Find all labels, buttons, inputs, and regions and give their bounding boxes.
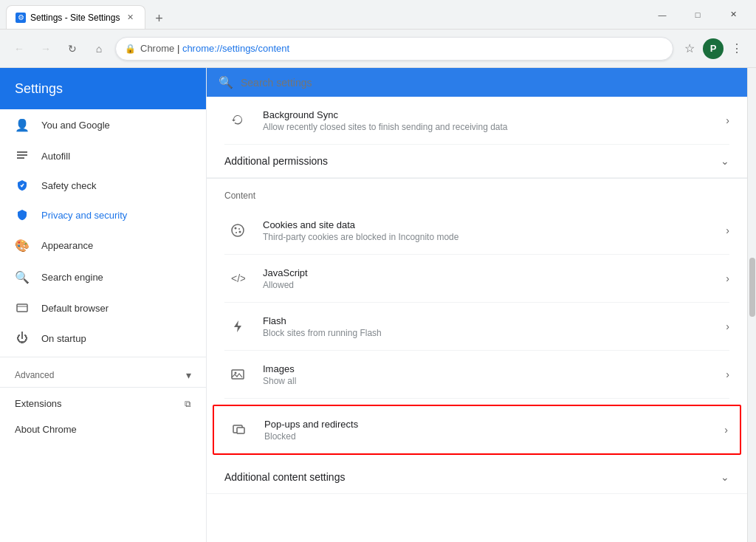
background-sync-content: Background Sync Allow recently closed si… bbox=[263, 109, 720, 132]
svg-point-6 bbox=[235, 227, 237, 230]
advanced-chevron: ▾ bbox=[186, 369, 191, 381]
popups-row[interactable]: Pop-ups and redirects Blocked › bbox=[214, 406, 740, 453]
sidebar-item-you-and-google[interactable]: 👤 You and Google bbox=[0, 109, 206, 141]
external-link-icon: ⧉ bbox=[185, 399, 191, 409]
person-icon: 👤 bbox=[15, 118, 30, 132]
about-label: About Chrome bbox=[15, 424, 77, 435]
flash-icon bbox=[224, 313, 251, 340]
popups-title: Pop-ups and redirects bbox=[264, 419, 718, 430]
sidebar-item-label: Safety check bbox=[41, 180, 96, 191]
tab-close-button[interactable]: ✕ bbox=[124, 12, 136, 24]
sidebar-item-on-startup[interactable]: ⏻ On startup bbox=[0, 323, 206, 354]
address-bar: ← → ↻ ⌂ 🔒 Chrome | chrome://settings/con… bbox=[0, 30, 756, 68]
menu-icon[interactable]: ⋮ bbox=[726, 38, 747, 59]
tab-favicon bbox=[16, 13, 26, 23]
extensions-label: Extensions bbox=[15, 398, 62, 409]
privacy-shield-icon bbox=[15, 209, 30, 221]
titlebar: Settings - Site Settings ✕ + — □ ✕ bbox=[0, 0, 756, 30]
sidebar-item-autofill[interactable]: Autofill bbox=[0, 141, 206, 171]
additional-content-settings-row[interactable]: Additional content settings ⌄ bbox=[207, 461, 747, 494]
flash-arrow-icon: › bbox=[726, 320, 729, 332]
sidebar-item-label: Appearance bbox=[41, 240, 93, 251]
lock-icon: 🔒 bbox=[125, 44, 136, 54]
sidebar-item-default-browser[interactable]: Default browser bbox=[0, 293, 206, 323]
additional-content-settings-label: Additional content settings bbox=[224, 471, 721, 483]
popups-highlighted-container: Pop-ups and redirects Blocked › bbox=[213, 405, 741, 455]
popups-content: Pop-ups and redirects Blocked bbox=[264, 419, 718, 442]
popups-arrow-icon: › bbox=[724, 424, 728, 436]
content-search-input[interactable] bbox=[241, 77, 735, 89]
flash-content: Flash Block sites from running Flash bbox=[263, 315, 720, 338]
sidebar-item-label: Default browser bbox=[41, 303, 109, 314]
reload-button[interactable]: ↻ bbox=[62, 38, 83, 59]
cookies-row[interactable]: Cookies and site data Third-party cookie… bbox=[224, 207, 729, 255]
scrollbar-track[interactable] bbox=[747, 68, 756, 542]
javascript-subtitle: Allowed bbox=[263, 280, 720, 290]
sidebar-item-privacy-security[interactable]: Privacy and security bbox=[0, 200, 206, 230]
url-separator: | bbox=[177, 43, 182, 54]
flash-row[interactable]: Flash Block sites from running Flash › bbox=[224, 303, 729, 351]
additional-content-chevron-icon: ⌄ bbox=[721, 471, 729, 483]
svg-rect-2 bbox=[17, 157, 24, 159]
advanced-section[interactable]: Advanced ▾ bbox=[0, 360, 206, 384]
back-button[interactable]: ← bbox=[9, 38, 30, 59]
cookie-icon bbox=[224, 217, 251, 244]
sidebar-item-safety-check[interactable]: Safety check bbox=[0, 171, 206, 200]
close-button[interactable]: ✕ bbox=[716, 4, 750, 26]
background-sync-subtitle: Allow recently closed sites to finish se… bbox=[263, 122, 720, 132]
power-icon: ⏻ bbox=[15, 332, 30, 345]
javascript-arrow-icon: › bbox=[726, 272, 729, 284]
content-search-icon: 🔍 bbox=[219, 75, 233, 89]
cookies-subtitle: Third-party cookies are blocked in Incog… bbox=[263, 232, 720, 242]
sync-icon bbox=[224, 107, 251, 134]
svg-rect-1 bbox=[17, 154, 27, 156]
url-bar[interactable]: 🔒 Chrome | chrome://settings/content bbox=[115, 37, 673, 61]
window-controls: — □ ✕ bbox=[645, 4, 756, 26]
address-bar-actions: ☆ P ⋮ bbox=[679, 38, 747, 59]
tab-title: Settings - Site Settings bbox=[30, 13, 120, 23]
background-sync-section: Background Sync Allow recently closed si… bbox=[207, 97, 747, 145]
background-sync-row[interactable]: Background Sync Allow recently closed si… bbox=[224, 97, 729, 145]
active-tab[interactable]: Settings - Site Settings ✕ bbox=[6, 5, 145, 29]
svg-rect-3 bbox=[17, 304, 27, 312]
additional-permissions-label: Additional permissions bbox=[224, 155, 721, 167]
main-layout: Settings 👤 You and Google Autofill Safet… bbox=[0, 68, 756, 542]
palette-icon: 🎨 bbox=[15, 239, 30, 253]
content-search-bar[interactable]: 🔍 bbox=[207, 68, 747, 97]
popup-icon bbox=[226, 416, 252, 443]
images-icon bbox=[224, 361, 251, 388]
forward-button[interactable]: → bbox=[35, 38, 56, 59]
restore-button[interactable]: □ bbox=[681, 4, 715, 26]
scrollbar-thumb[interactable] bbox=[749, 258, 755, 317]
flash-subtitle: Block sites from running Flash bbox=[263, 328, 720, 338]
sidebar-item-extensions[interactable]: Extensions ⧉ bbox=[0, 391, 206, 416]
minimize-button[interactable]: — bbox=[645, 4, 679, 26]
chevron-down-icon: ⌄ bbox=[721, 155, 729, 167]
tab-area: Settings - Site Settings ✕ + bbox=[0, 0, 169, 29]
svg-point-8 bbox=[236, 232, 237, 233]
url-prefix: Chrome bbox=[140, 43, 174, 54]
content-area: 🔍 Background Sync Allow recently closed … bbox=[207, 68, 747, 542]
shield-check-icon bbox=[15, 179, 30, 191]
svg-point-7 bbox=[238, 228, 240, 230]
sidebar-title: Settings bbox=[15, 81, 63, 97]
sidebar-item-about-chrome[interactable]: About Chrome bbox=[0, 416, 206, 442]
profile-avatar[interactable]: P bbox=[703, 38, 724, 59]
content-label: Content bbox=[224, 179, 729, 207]
sidebar: Settings 👤 You and Google Autofill Safet… bbox=[0, 68, 207, 542]
images-title: Images bbox=[263, 363, 720, 374]
sidebar-item-search-engine[interactable]: 🔍 Search engine bbox=[0, 261, 206, 293]
sidebar-item-label: Privacy and security bbox=[41, 210, 127, 221]
flash-title: Flash bbox=[263, 315, 720, 326]
bookmark-star-icon[interactable]: ☆ bbox=[679, 38, 700, 59]
sidebar-header: Settings bbox=[0, 68, 206, 109]
url-path: chrome://settings/content bbox=[182, 43, 289, 54]
javascript-row[interactable]: </> JavaScript Allowed › bbox=[224, 255, 729, 303]
sidebar-item-appearance[interactable]: 🎨 Appearance bbox=[0, 230, 206, 261]
new-tab-button[interactable]: + bbox=[148, 8, 169, 29]
images-row[interactable]: Images Show all › bbox=[224, 351, 729, 399]
content-section: Content Cookies and site data Third-part… bbox=[207, 179, 747, 399]
sidebar-item-label: Search engine bbox=[41, 272, 103, 283]
additional-permissions-row[interactable]: Additional permissions ⌄ bbox=[207, 145, 747, 178]
home-button[interactable]: ⌂ bbox=[89, 38, 109, 59]
